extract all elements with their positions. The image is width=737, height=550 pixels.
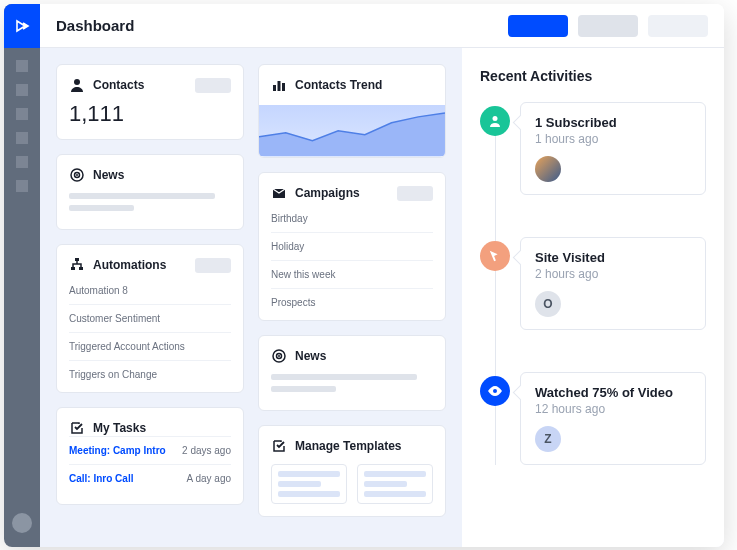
activity-time: 1 hours ago xyxy=(535,132,691,146)
activity-type-icon xyxy=(480,376,510,406)
activity-avatar xyxy=(535,156,561,182)
dashboard-columns: Contacts 1,111 News xyxy=(40,48,462,547)
svg-rect-7 xyxy=(273,85,276,91)
list-item[interactable]: Birthday xyxy=(271,205,433,232)
sidebar-nav-item[interactable] xyxy=(16,132,28,144)
svg-point-0 xyxy=(74,79,80,85)
trend-chart xyxy=(259,105,445,157)
campaigns-label: Campaigns xyxy=(295,186,360,200)
activity-avatar: Z xyxy=(535,426,561,452)
sidebar-nav-item[interactable] xyxy=(16,156,28,168)
activity-title: 1 Subscribed xyxy=(535,115,691,130)
activities-panel: Recent Activities 1 Subscribed 1 hours a… xyxy=(462,48,724,547)
tasks-label: My Tasks xyxy=(93,421,146,435)
automations-label: Automations xyxy=(93,258,166,272)
brand-icon xyxy=(14,18,30,34)
list-item[interactable]: New this week xyxy=(271,260,433,288)
activity-time: 2 hours ago xyxy=(535,267,691,281)
templates-row xyxy=(271,464,433,504)
contacts-icon xyxy=(69,77,85,93)
templates-label: Manage Templates xyxy=(295,439,401,453)
activity-title: Site Visited xyxy=(535,250,691,265)
activities-title: Recent Activities xyxy=(480,68,706,84)
activity-item: 1 Subscribed 1 hours ago xyxy=(520,102,706,195)
activity-type-icon xyxy=(480,106,510,136)
card-badge xyxy=(397,186,433,201)
sidebar-nav-item[interactable] xyxy=(16,60,28,72)
brand-logo[interactable] xyxy=(4,4,40,48)
account-avatar-icon xyxy=(12,513,32,533)
activity-time: 12 hours ago xyxy=(535,402,691,416)
list-item[interactable]: Triggered Account Actions xyxy=(69,332,231,360)
automations-card[interactable]: Automations Automation 8 Customer Sentim… xyxy=(56,244,244,393)
activity-card[interactable]: Site Visited 2 hours ago O xyxy=(520,237,706,330)
task-row[interactable]: Call: Inro Call A day ago xyxy=(69,464,231,492)
contacts-count: 1,111 xyxy=(69,101,231,127)
sidebar-nav-item[interactable] xyxy=(16,108,28,120)
sidebar-account[interactable] xyxy=(12,513,32,533)
activity-card[interactable]: Watched 75% of Video 12 hours ago Z xyxy=(520,372,706,465)
list-item[interactable]: Triggers on Change xyxy=(69,360,231,388)
automations-list: Automation 8 Customer Sentiment Triggere… xyxy=(69,277,231,388)
sidebar-nav-item[interactable] xyxy=(16,180,28,192)
activity-avatar: O xyxy=(535,291,561,317)
news-icon xyxy=(69,167,85,183)
svg-rect-4 xyxy=(75,258,79,261)
templates-card[interactable]: Manage Templates xyxy=(258,425,446,517)
card-badge xyxy=(195,258,231,273)
list-item[interactable]: Prospects xyxy=(271,288,433,316)
sidebar xyxy=(4,4,40,547)
template-thumb[interactable] xyxy=(357,464,433,504)
news-label-2: News xyxy=(295,349,326,363)
template-thumb[interactable] xyxy=(271,464,347,504)
primary-action-button[interactable] xyxy=(508,15,568,37)
svg-rect-6 xyxy=(79,267,83,270)
bar-chart-icon xyxy=(271,77,287,93)
task-name: Call: Inro Call xyxy=(69,473,133,484)
topbar: Dashboard xyxy=(40,4,724,48)
column-left: Contacts 1,111 News xyxy=(56,64,244,531)
campaigns-icon xyxy=(271,185,287,201)
list-item[interactable]: Automation 8 xyxy=(69,277,231,304)
tasks-icon xyxy=(69,420,85,436)
news-card-2[interactable]: News xyxy=(258,335,446,411)
task-time: 2 days ago xyxy=(182,445,231,456)
tasks-card[interactable]: My Tasks Meeting: Camp Intro 2 days ago … xyxy=(56,407,244,505)
list-item[interactable]: Customer Sentiment xyxy=(69,304,231,332)
trend-label: Contacts Trend xyxy=(295,78,382,92)
activity-card[interactable]: 1 Subscribed 1 hours ago xyxy=(520,102,706,195)
svg-rect-5 xyxy=(71,267,75,270)
task-row[interactable]: Meeting: Camp Intro 2 days ago xyxy=(69,436,231,464)
campaigns-card[interactable]: Campaigns Birthday Holiday New this week… xyxy=(258,172,446,321)
sidebar-nav-item[interactable] xyxy=(16,84,28,96)
svg-rect-8 xyxy=(278,81,281,91)
main-area: Dashboard Contacts 1,111 xyxy=(40,4,724,547)
activity-title: Watched 75% of Video xyxy=(535,385,691,400)
activity-item: Watched 75% of Video 12 hours ago Z xyxy=(520,372,706,465)
tertiary-action-button[interactable] xyxy=(648,15,708,37)
task-name: Meeting: Camp Intro xyxy=(69,445,166,456)
topbar-actions xyxy=(508,15,708,37)
content: Contacts 1,111 News xyxy=(40,48,724,547)
news-icon xyxy=(271,348,287,364)
templates-icon xyxy=(271,438,287,454)
news-card[interactable]: News xyxy=(56,154,244,230)
secondary-action-button[interactable] xyxy=(578,15,638,37)
card-badge xyxy=(195,78,231,93)
activities-timeline: 1 Subscribed 1 hours ago Site Visited 2 … xyxy=(480,102,706,465)
news-label: News xyxy=(93,168,124,182)
svg-point-15 xyxy=(493,389,497,393)
activity-item: Site Visited 2 hours ago O xyxy=(520,237,706,330)
svg-rect-9 xyxy=(282,83,285,91)
task-time: A day ago xyxy=(187,473,231,484)
svg-point-14 xyxy=(493,116,498,121)
contacts-trend-card[interactable]: Contacts Trend xyxy=(258,64,446,158)
contacts-card[interactable]: Contacts 1,111 xyxy=(56,64,244,140)
news-placeholder xyxy=(69,193,231,211)
list-item[interactable]: Holiday xyxy=(271,232,433,260)
activity-type-icon xyxy=(480,241,510,271)
column-right: Contacts Trend Campaigns B xyxy=(258,64,446,531)
news-placeholder xyxy=(271,374,433,392)
page-title: Dashboard xyxy=(56,17,134,34)
contacts-label: Contacts xyxy=(93,78,144,92)
